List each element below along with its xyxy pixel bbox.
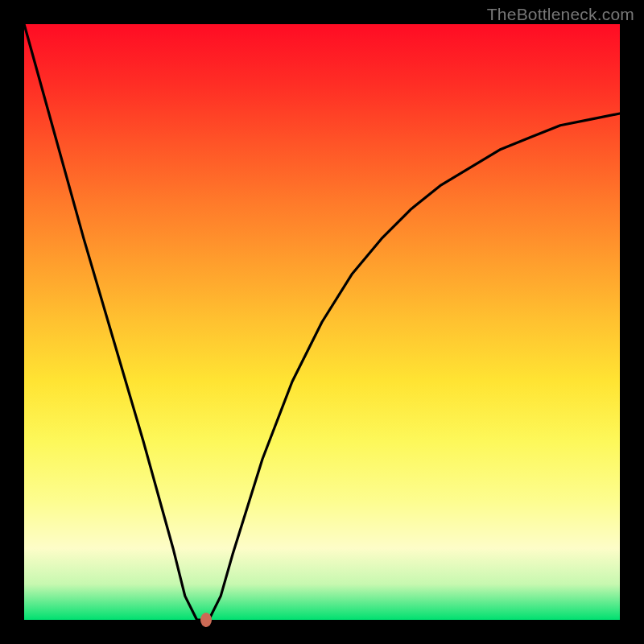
chart-frame: TheBottleneck.com (0, 0, 644, 644)
optimum-marker (200, 613, 212, 627)
watermark-text: TheBottleneck.com (487, 5, 634, 24)
bottleneck-curve (24, 24, 620, 620)
